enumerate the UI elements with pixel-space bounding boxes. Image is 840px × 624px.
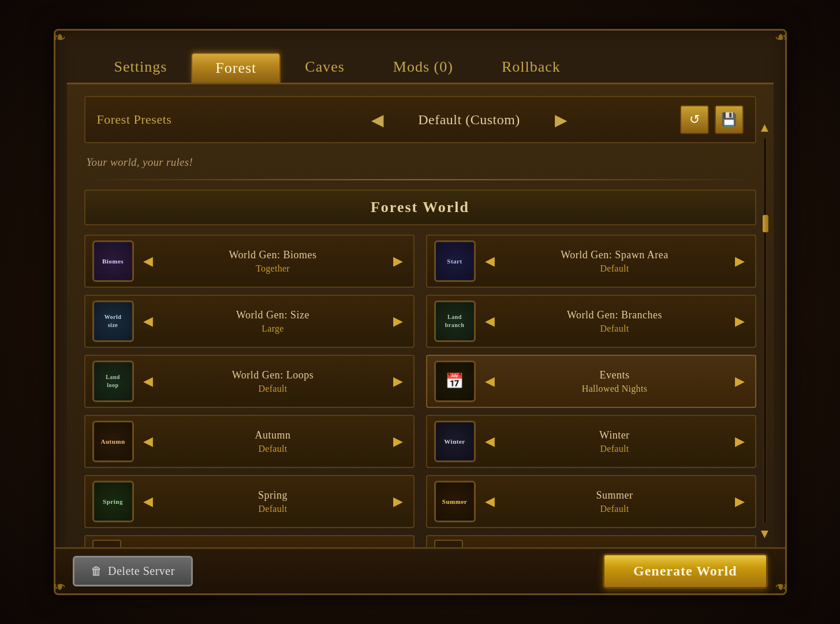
autumn-prev[interactable]: ◀ (140, 432, 156, 451)
summer-prev[interactable]: ◀ (481, 492, 498, 511)
winter-content: Winter Default (504, 429, 726, 454)
tab-forest[interactable]: Forest (191, 53, 281, 83)
setting-world-size: Worldsize ◀ World Gen: Size Large ▶ (84, 295, 415, 348)
branches-prev[interactable]: ◀ (481, 311, 498, 331)
spawn-icon: Start (434, 240, 476, 282)
divider (84, 179, 756, 180)
size-next[interactable]: ▶ (390, 311, 406, 331)
bottom-bar: 🗑 Delete Server Generate World (55, 547, 785, 593)
scroll-up-arrow[interactable]: ▲ (759, 120, 771, 135)
scroll-bar: ▲ ▼ (759, 120, 771, 541)
presets-value: Default (Custom) (400, 112, 539, 128)
summer-icon: Summer (434, 481, 476, 522)
biomes-icon: Biomes (92, 240, 134, 282)
delete-label: Delete Server (108, 564, 175, 578)
main-panel: Forest Presets ◀ Default (Custom) ▶ ↺ 💾 … (67, 83, 774, 547)
spawn-prev[interactable]: ◀ (481, 251, 498, 271)
autumn-value: Default (162, 444, 384, 454)
spring-next[interactable]: ▶ (390, 492, 406, 511)
tab-rollback[interactable]: Rollback (477, 51, 585, 83)
spring-content: Spring Default (162, 489, 384, 514)
loops-prev[interactable]: ◀ (140, 372, 156, 391)
section-heading: Forest World (84, 190, 756, 225)
events-icon: 📅 (434, 361, 476, 402)
autumn-icon: Autumn (92, 421, 134, 462)
biomes-next[interactable]: ▶ (390, 251, 406, 271)
spawn-next[interactable]: ▶ (731, 251, 748, 271)
setting-autumn: Autumn ◀ Autumn Default ▶ (84, 415, 415, 468)
autumn-name: Autumn (162, 429, 384, 441)
reset-icon: ↺ (689, 112, 700, 127)
branches-name: World Gen: Branches (504, 309, 726, 321)
tab-mods[interactable]: Mods (0) (369, 51, 477, 83)
setting-summer: Summer ◀ Summer Default ▶ (426, 475, 756, 528)
presets-label: Forest Presets (97, 112, 259, 127)
setting-loops: Landloop ◀ World Gen: Loops Default ▶ (84, 355, 415, 408)
setting-biomes: Biomes ◀ World Gen: Biomes Together ▶ (84, 235, 415, 288)
autumn-content: Autumn Default (162, 429, 384, 454)
branches-icon: Landbranch (434, 300, 476, 342)
delete-server-button[interactable]: 🗑 Delete Server (73, 556, 193, 586)
winter-next[interactable]: ▶ (731, 432, 748, 451)
subtitle-text: Your world, your rules! (84, 150, 756, 174)
branches-value: Default (504, 324, 726, 334)
biomes-content: World Gen: Biomes Together (162, 249, 384, 274)
biomes-prev[interactable]: ◀ (140, 251, 156, 271)
tab-caves[interactable]: Caves (281, 51, 369, 83)
size-name: World Gen: Size (162, 309, 384, 321)
summer-next[interactable]: ▶ (731, 492, 748, 511)
summer-content: Summer Default (504, 489, 726, 514)
preset-reset-button[interactable]: ↺ (680, 105, 709, 134)
summer-name: Summer (504, 489, 726, 502)
summer-value: Default (504, 504, 726, 514)
save-icon: 💾 (721, 112, 737, 127)
setting-branches: Landbranch ◀ World Gen: Branches Default… (426, 295, 756, 348)
winter-name: Winter (504, 429, 726, 441)
setting-events: 📅 ◀ Events Hallowed Nights ▶ (426, 355, 756, 408)
presets-prev-arrow[interactable]: ◀ (367, 108, 389, 132)
loops-next[interactable]: ▶ (390, 372, 406, 391)
winter-value: Default (504, 444, 726, 454)
spring-icon: Spring (92, 481, 134, 522)
corner-decoration-tl: ❧ (53, 28, 76, 51)
presets-icons: ↺ 💾 (680, 105, 744, 134)
size-prev[interactable]: ◀ (140, 311, 156, 331)
branches-next[interactable]: ▶ (731, 311, 748, 331)
branches-content: World Gen: Branches Default (504, 309, 726, 334)
biomes-value: Together (162, 263, 384, 274)
scroll-thumb (763, 215, 768, 232)
biomes-name: World Gen: Biomes (162, 249, 384, 261)
loops-name: World Gen: Loops (162, 369, 384, 381)
generate-world-button[interactable]: Generate World (603, 554, 768, 589)
corner-decoration-tr: ❧ (765, 28, 788, 51)
setting-winter: Winter ◀ Winter Default ▶ (426, 415, 756, 468)
settings-grid: Biomes ◀ World Gen: Biomes Together ▶ St… (84, 235, 756, 528)
autumn-next[interactable]: ▶ (390, 432, 406, 451)
tab-settings[interactable]: Settings (90, 51, 192, 83)
spring-value: Default (162, 504, 384, 514)
events-value: Hallowed Nights (504, 384, 726, 394)
spawn-value: Default (504, 263, 726, 274)
winter-icon: Winter (434, 421, 476, 462)
setting-spawn-area: Start ◀ World Gen: Spawn Area Default ▶ (426, 235, 756, 288)
main-window: ❧ ❧ ❧ ❧ Settings Forest Caves Mods (0) R… (54, 29, 787, 595)
presets-row: Forest Presets ◀ Default (Custom) ▶ ↺ 💾 (84, 96, 756, 143)
delete-icon: 🗑 (91, 564, 103, 578)
winter-prev[interactable]: ◀ (481, 432, 498, 451)
tabs-container: Settings Forest Caves Mods (0) Rollback (55, 31, 785, 83)
presets-next-arrow[interactable]: ▶ (550, 108, 572, 132)
events-next[interactable]: ▶ (731, 372, 748, 391)
loops-content: World Gen: Loops Default (162, 369, 384, 394)
spawn-name: World Gen: Spawn Area (504, 249, 726, 261)
events-name: Events (504, 369, 726, 381)
preset-save-button[interactable]: 💾 (715, 105, 744, 134)
spring-prev[interactable]: ◀ (140, 492, 156, 511)
scroll-track[interactable] (763, 138, 767, 524)
spring-name: Spring (162, 489, 384, 502)
events-prev[interactable]: ◀ (481, 372, 498, 391)
corner-decoration-br: ❧ (765, 573, 788, 596)
scroll-down-arrow[interactable]: ▼ (759, 526, 771, 541)
setting-spring: Spring ◀ Spring Default ▶ (84, 475, 415, 528)
spawn-content: World Gen: Spawn Area Default (504, 249, 726, 274)
events-content: Events Hallowed Nights (504, 369, 726, 394)
